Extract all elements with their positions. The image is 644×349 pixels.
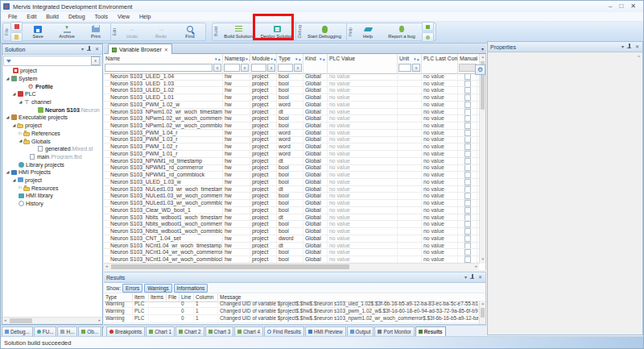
manual-checkbox[interactable]	[464, 123, 471, 129]
manual-checkbox[interactable]	[464, 235, 471, 242]
tree-item[interactable]: ◢ project	[2, 122, 102, 130]
manual-checkbox[interactable]	[464, 172, 471, 178]
table-row[interactable]: Neuron S103_PWM_1.01_r hw project word G…	[104, 151, 479, 158]
sort-arrows-icon[interactable]	[413, 56, 419, 61]
tree-item[interactable]: Neuron S103 .Neuron_S103:1.0.v2_2	[2, 106, 102, 114]
column-filter-input[interactable]	[277, 63, 303, 73]
results-vertical-scrollbar[interactable]: ▲	[479, 301, 485, 324]
table-row[interactable]: Neuron S103_PWM_1.02_w hw project word G…	[104, 102, 479, 109]
close-panel-icon[interactable]: ✕	[635, 44, 639, 50]
result-row[interactable]: Warning PLC 0 1 Changed UID of variable …	[104, 323, 479, 324]
column-header[interactable]: Name	[104, 54, 223, 73]
window-position-menu-icon[interactable]: ▾	[621, 44, 624, 50]
manual-checkbox[interactable]	[464, 249, 471, 256]
tree-item[interactable]: History	[2, 200, 102, 208]
tree-expander-icon[interactable]: ◢	[18, 137, 23, 145]
table-row[interactable]: Neuron S103_ULED_1.03 hw project bool Gl…	[104, 81, 479, 88]
toolbar-button[interactable]: Save	[24, 24, 52, 40]
tab-close-icon[interactable]: ✕	[164, 47, 168, 52]
tree-item[interactable]: ◢ System	[2, 75, 102, 83]
sort-arrows-icon[interactable]	[245, 56, 250, 61]
scroll-left-icon[interactable]: ◄	[3, 318, 6, 323]
scroll-left-icon[interactable]: ◄	[105, 264, 108, 269]
table-row[interactable]: Neuron S103_CNT_1.04_set hw project dwor…	[104, 235, 479, 243]
column-filter-input[interactable]	[104, 63, 222, 73]
toolbar-mini-button[interactable]	[10, 32, 23, 42]
manual-checkbox[interactable]	[464, 102, 471, 108]
tree-expander-icon[interactable]: ◢	[5, 114, 10, 122]
pin-icon[interactable]	[470, 274, 475, 280]
tree-item[interactable]: ◢ project	[2, 177, 102, 185]
table-row[interactable]: Neuron S103_NPWM1_rd_commblock hw projec…	[104, 172, 479, 179]
column-header[interactable]: PLC Last Comm	[422, 54, 458, 73]
manual-checkbox[interactable]	[464, 193, 471, 199]
toolbar-button[interactable]: Find	[176, 24, 204, 40]
tree-expander-icon[interactable]: ◢	[11, 90, 17, 98]
manual-checkbox[interactable]	[464, 228, 471, 235]
column-filter-input[interactable]	[422, 63, 457, 73]
manual-checkbox[interactable]	[464, 158, 471, 164]
manual-checkbox[interactable]	[464, 165, 471, 172]
tree-item[interactable]: ◢ Executable projects	[2, 114, 102, 122]
toolbar-button[interactable]: Help	[354, 24, 382, 40]
scroll-right-icon[interactable]: ►	[475, 264, 478, 269]
manual-checkbox[interactable]	[464, 115, 471, 122]
manual-checkbox[interactable]	[464, 109, 471, 115]
toolbar-mini-button[interactable]	[422, 32, 434, 42]
scroll-right-icon[interactable]: ►	[98, 318, 101, 323]
table-row[interactable]: Neuron S103_NCnt1.04_wr_woch_timestamp h…	[104, 243, 479, 250]
table-row[interactable]: Neuron S103_PWM_1.02_r hw project word G…	[104, 143, 479, 151]
column-header[interactable]: Namesp	[223, 54, 250, 73]
manual-checkbox[interactable]	[464, 130, 471, 136]
tree-item[interactable]: HMI library	[2, 192, 102, 200]
table-row[interactable]: Neuron S103_NULed1.03_wr_woch_commblock …	[104, 200, 479, 207]
tree-expander-icon[interactable]: ◢	[11, 177, 17, 185]
tab-variable-browser[interactable]: Variable Browser ✕	[108, 44, 172, 55]
table-row[interactable]: Neuron S103_Nbits_wdboot1_woch_commerror…	[104, 221, 479, 228]
tree-expander-icon[interactable]: ◢	[18, 98, 23, 106]
tree-expander-icon[interactable]: ◢	[11, 122, 17, 130]
column-settings-gear-icon[interactable]: ⚙	[475, 64, 485, 75]
column-filter-input[interactable]	[250, 63, 276, 73]
table-row[interactable]: Neuron S103_NPWM1_rd_timestamp hw projec…	[104, 158, 479, 165]
manual-checkbox[interactable]	[464, 81, 471, 87]
pin-icon[interactable]	[627, 44, 632, 50]
sort-arrows-icon[interactable]	[270, 56, 276, 61]
menu-item[interactable]: File	[3, 12, 22, 22]
table-row[interactable]: Neuron S103_ULED_1.04 hw project bool Gl…	[104, 73, 479, 81]
scrollbar-thumb[interactable]	[111, 264, 349, 269]
toolbar-button[interactable]: Start Debugging	[303, 24, 345, 40]
manual-checkbox[interactable]	[464, 94, 471, 101]
toolbar-button[interactable]: Report a bug	[383, 24, 420, 40]
tree-item[interactable]: Profile	[2, 82, 102, 90]
tree-expander-icon[interactable]: ▷	[18, 130, 23, 138]
table-row[interactable]: Neuron S103_NCnt1.04_wr_woch_commerror h…	[104, 249, 479, 256]
menu-item[interactable]: Debug	[64, 12, 90, 22]
scrollbar-thumb[interactable]	[10, 318, 32, 323]
clear-filter-icon[interactable]: x	[91, 56, 100, 65]
table-row[interactable]: Neuron S103_Clear_WD_boot_1 hw project b…	[104, 207, 479, 214]
tree-expander-icon[interactable]: ▷	[18, 184, 23, 192]
menu-item[interactable]: View	[113, 12, 134, 22]
tree-item[interactable]: ◢ PLC	[2, 90, 102, 98]
tree-item[interactable]: ◢ HMI Projects	[2, 168, 102, 177]
column-header[interactable]: Unit	[398, 54, 422, 73]
manual-checkbox[interactable]	[464, 87, 471, 93]
table-row[interactable]: Neuron S103_Nbits_wdboot1_woch_commblock…	[104, 228, 479, 235]
table-row[interactable]: Neuron S103_ULED_1.03_w hw project bool …	[104, 179, 479, 186]
toolbar-button[interactable]: Redo	[147, 24, 175, 40]
manual-checkbox[interactable]	[464, 200, 471, 206]
maximize-icon[interactable]: □	[619, 1, 623, 12]
sort-arrows-icon[interactable]	[295, 56, 301, 61]
column-header[interactable]: PLC Value	[328, 54, 398, 73]
toolbar-button[interactable]: Print	[82, 24, 109, 40]
table-row[interactable]: Neuron S103_PWM_1.03_r hw project word G…	[104, 137, 479, 144]
scroll-down-icon[interactable]: ▼	[481, 257, 485, 262]
table-row[interactable]: Neuron S103_ULED_1.01 hw project bool Gl…	[104, 94, 479, 102]
sort-arrows-icon[interactable]	[319, 56, 325, 61]
column-header[interactable]: Module	[250, 54, 277, 73]
table-row[interactable]: Neuron S103_NPwm1.02_wr_woch_timestamp h…	[104, 109, 479, 116]
table-row[interactable]: Neuron S103_NULed1.03_wr_woch_timestamp …	[104, 186, 479, 193]
toolbar-button[interactable]: Undo	[118, 24, 146, 40]
column-header[interactable]: Kind	[303, 54, 328, 73]
